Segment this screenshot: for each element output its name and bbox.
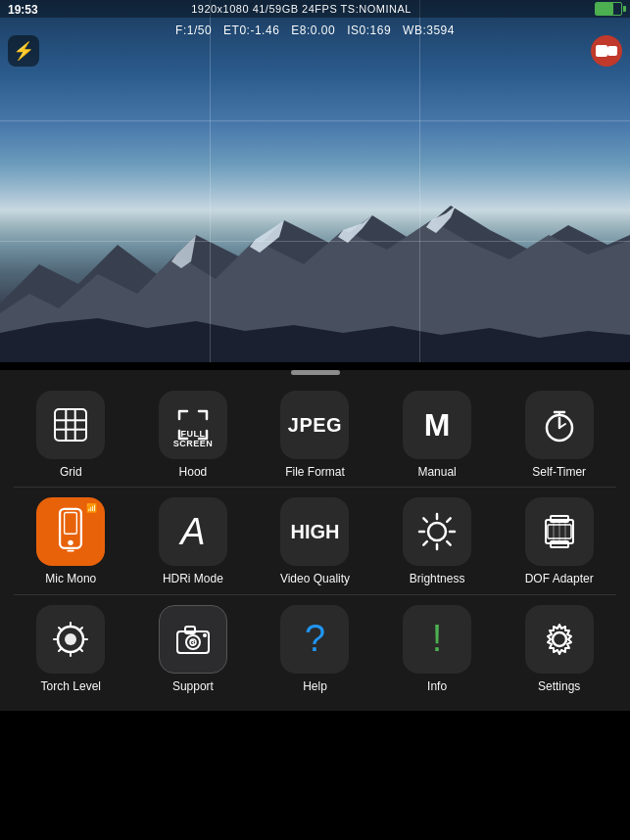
info-label: Info [427,679,447,693]
support-icon: 3 [171,618,215,661]
exposure-value: ET0:-1.46 [223,23,279,37]
grid-line-vertical-1 [210,0,211,362]
mic-mono-label: Mic Mono [45,572,96,585]
mic-mono-button[interactable]: 📶 Mic Mono [22,497,120,585]
dof-adapter-label: DOF Adapter [525,572,594,585]
svg-point-44 [203,633,207,637]
torch-level-label: Torch Level [41,679,101,693]
hood-label: Hood [179,465,208,479]
record-stop-icon [596,45,607,57]
svg-line-19 [423,519,427,523]
torch-icon [50,619,91,660]
svg-text:3: 3 [190,638,195,648]
camera-viewfinder: 19:53 1920x1080 41/59GB 24FPS TS:NOMINAL… [0,0,630,362]
grid-button[interactable]: Grid [22,391,120,479]
mic-mono-icon [51,507,90,556]
help-button[interactable]: ? Help [266,605,363,693]
svg-line-22 [423,542,427,546]
self-timer-button[interactable]: Self-Timer [510,391,608,479]
dof-icon [538,510,581,553]
svg-rect-0 [55,409,86,441]
grid-line-horizontal-1 [0,120,630,121]
svg-point-14 [428,523,446,540]
icon-row-3: Torch Level 3 Support [10,595,620,701]
info-button[interactable]: ! Info [388,605,486,693]
settings-icon [539,619,580,660]
icon-row-1: Grid FULLSCREEN Hood JPEG File Format [10,381,620,487]
svg-point-12 [69,540,73,545]
brightness-label: Brightness [410,572,465,585]
settings-label: Settings [538,679,580,693]
controls-panel: Grid FULLSCREEN Hood JPEG File Format [0,370,630,711]
support-button[interactable]: 3 Support [144,605,242,693]
svg-line-38 [79,628,82,630]
grid-line-horizontal-2 [0,241,630,242]
torch-level-button[interactable]: Torch Level [22,605,120,693]
grid-line-vertical-2 [419,0,420,362]
drag-handle[interactable] [291,370,340,375]
battery-indicator [595,2,622,16]
help-icon: ? [305,618,325,660]
svg-rect-13 [68,550,74,552]
svg-line-20 [447,542,451,546]
camera-info-bar: 1920x1080 41/59GB 24FPS TS:NOMINAL [8,3,595,15]
brightness-icon [415,510,459,553]
camera-status-bar: 19:53 1920x1080 41/59GB 24FPS TS:NOMINAL [0,0,630,18]
aperture-value: F:1/50 [175,23,212,37]
brightness-button[interactable]: Brightness [388,497,486,585]
dof-adapter-button[interactable]: DOF Adapter [510,497,608,585]
manual-button[interactable]: M Manual [388,391,486,479]
camera-params-bar: F:1/50 ET0:-1.46 E8:0.00 IS0:169 WB:3594 [0,22,630,39]
svg-line-37 [79,648,82,651]
icon-row-2: 📶 Mic Mono A HDRi Mode HIGH Video Qualit… [10,488,620,593]
grid-icon [49,403,92,446]
support-label: Support [172,679,214,693]
settings-button[interactable]: Settings [510,605,608,693]
video-quality-label: Video Quality [280,572,350,585]
manual-label: Manual [417,465,456,479]
record-button[interactable] [591,35,622,67]
svg-point-46 [553,632,566,646]
fullscreen-text: FULLSCREEN [159,430,227,449]
hdri-text: A [180,511,205,553]
high-text: HIGH [290,521,339,543]
manual-text: M [424,407,451,443]
info-icon: ! [432,618,443,660]
grid-label: Grid [60,465,82,479]
svg-point-35 [65,633,76,645]
wb-value: WB:3594 [403,23,455,37]
hdri-label: HDRi Mode [163,572,223,585]
battery-fill [596,3,613,15]
time-display: 19:53 [8,3,38,17]
self-timer-label: Self-Timer [532,465,586,479]
flash-icon[interactable]: ⚡ [8,35,39,67]
svg-rect-11 [65,513,77,535]
jpeg-text: JPEG [288,414,342,437]
video-quality-button[interactable]: HIGH Video Quality [266,497,363,585]
timer-icon [539,404,580,445]
hood-button[interactable]: FULLSCREEN Hood [144,391,242,479]
help-label: Help [303,679,327,693]
iso-value: IS0:169 [347,23,391,37]
file-format-label: File Format [285,465,345,479]
mountain-silhouette [0,166,630,362]
file-format-button[interactable]: JPEG File Format [266,391,363,479]
svg-line-36 [59,628,62,630]
svg-line-39 [59,648,62,651]
svg-line-21 [447,519,451,523]
exposure2-value: E8:0.00 [291,23,335,37]
hdri-mode-button[interactable]: A HDRi Mode [144,497,242,585]
